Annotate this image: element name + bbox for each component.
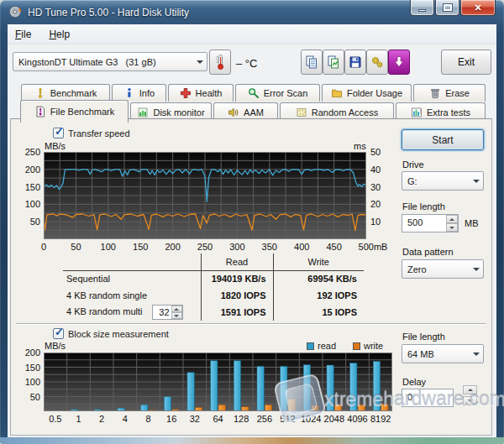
tab-error-scan[interactable]: Error Scan [235,84,320,102]
results-table: Read Write Sequential 194019 KB/s 69954 … [63,253,364,321]
axis-tick: 400 [294,242,309,252]
title-bar[interactable]: HD Tune Pro 5.00 - Hard Disk Utility ✕ [0,0,504,24]
table-row: Sequential 194019 KB/s 69954 KB/s [63,270,364,287]
axis-tick: 2048 [324,414,344,424]
minimize-button[interactable] [410,0,434,16]
tab-health-label: Health [196,88,223,98]
maximize-button[interactable] [435,0,459,16]
axis-tick: 8 [145,414,150,424]
chevron-down-icon [449,227,454,229]
chevron-up-icon [174,308,179,311]
tab-info-label: Info [139,88,155,98]
data-pattern-dropdown[interactable]: Zero [402,259,484,279]
stepper-up-button[interactable] [171,306,182,312]
tab-disk-monitor-label: Disk monitor [153,107,204,118]
tab-health[interactable]: Health [168,84,234,102]
update-button[interactable] [388,50,410,75]
delay-value: 0 [402,389,453,406]
axis-tick: 2 [99,414,104,424]
tab-benchmark[interactable]: Benchmark [21,84,110,102]
copy-text-button[interactable] [301,50,323,75]
tab-extra-tests-label: Extra tests [427,107,470,118]
axis-tick: 100 [101,242,116,252]
tab-aam-label: AAM [244,107,264,118]
close-icon: ✕ [474,3,481,13]
axis-tick: 200 [165,242,180,252]
axis-tick: 8192 [370,414,391,424]
axis-tick: 16 [166,414,176,424]
axis-tick: 40 [370,165,381,175]
axis-tick: 0.5 [49,414,61,424]
chevron-down-icon [470,345,483,363]
menu-help[interactable]: Help [41,24,77,44]
queue-depth-stepper[interactable]: 32 [152,305,183,320]
delay-label: Delay [402,377,426,387]
axis-tick: 4 [123,414,128,424]
block-size-chart: 0.51248163264128256512102420484096819220… [44,353,392,411]
axis-tick: 250 [197,242,213,252]
file-length2-dropdown[interactable]: 64 MB [402,344,484,363]
menu-bar: File Help [8,24,496,44]
tab-folder-usage[interactable]: Folder Usage [322,84,412,102]
write-swatch [353,342,360,350]
copy-screenshot-button[interactable] [323,50,344,75]
download-arrow-icon [391,55,407,70]
copy-image-icon [326,55,341,70]
menu-file[interactable]: File [8,24,39,44]
axis-tick: 1024 [301,414,321,424]
y-axis-unit-left: MB/s [45,141,66,151]
results-header-row: Read Write [63,253,364,270]
legend-read-label: read [318,341,336,351]
speaker-icon [228,107,239,118]
transfer-speed-checkbox[interactable]: ✓ Transfer speed [53,128,130,138]
toolbar: KingstonDT Ultimate G3 (31 gB) – °C [8,44,496,81]
health-cross-icon [180,87,192,99]
stepper-up-button[interactable] [446,215,458,223]
maximize-icon [444,4,452,11]
data-pattern-value: Zero [402,264,470,274]
axis-tick: 100 [13,377,40,387]
legend-write-label: write [364,341,383,351]
magnifier-icon [248,87,260,99]
checkbox-icon: ✓ [53,128,64,138]
app-icon [8,5,22,18]
delay-up-button[interactable] [463,385,477,394]
random-single-read-value: 1820 IOPS [201,287,273,304]
stepper-down-button[interactable] [171,312,182,319]
row-label: Sequential [63,270,201,287]
axis-tick: 512 [280,414,295,424]
file-benchmark-panel: ✓ Transfer speed MB/s ms 250200150100505… [10,118,492,436]
drive-label: Drive [402,159,424,170]
row-label: 4 KB random single [63,287,201,304]
block-size-checkbox[interactable]: ✓ Block size measurement [53,328,169,339]
close-button[interactable]: ✕ [460,0,496,16]
tab-info[interactable]: Info [112,84,166,102]
trash-icon [429,87,441,99]
temperature-button[interactable] [209,50,231,75]
start-button[interactable]: Start [402,129,484,150]
axis-tick: 200 [13,347,40,358]
axis-tick: 350 [262,242,277,252]
file-length2-value: 64 MB [402,349,470,359]
tab-file-benchmark[interactable]: File Benchmark [20,100,129,123]
delay-down-button[interactable] [463,396,477,405]
copy-icon [304,55,319,70]
save-button[interactable] [344,50,366,75]
axis-tick: 10 [370,217,381,227]
extra-tests-icon [411,107,423,118]
axis-tick: 4096 [347,414,367,424]
stepper-down-button[interactable] [446,223,458,232]
chevron-up-icon [449,218,454,221]
options-button[interactable] [366,50,388,75]
file-length-stepper[interactable]: 500 [402,214,459,232]
random-multi-write-value: 15 IOPS [273,304,364,321]
sequential-read-value: 194019 KB/s [201,270,273,287]
temperature-value: – °C [236,57,257,70]
axis-tick: 50 [71,242,81,252]
delay-input[interactable]: 0 [402,389,454,407]
exit-button[interactable]: Exit [441,50,491,75]
drive-dropdown[interactable]: G: [402,171,484,191]
drive-selector[interactable]: KingstonDT Ultimate G3 (31 gB) [13,52,207,71]
drive-selector-value: KingstonDT Ultimate G3 (31 gB) [13,57,193,67]
tab-erase[interactable]: Erase [413,84,486,102]
